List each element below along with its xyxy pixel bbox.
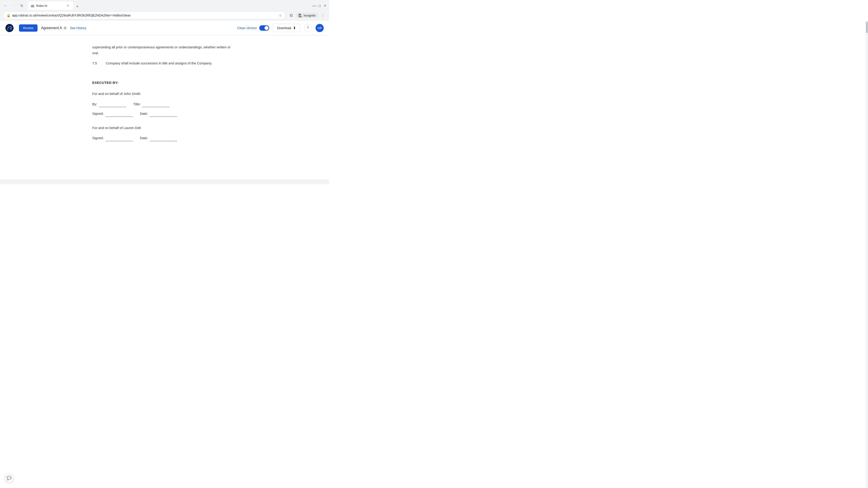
clean-version-label: Clean Version [237, 26, 257, 30]
clean-version-toggle[interactable] [259, 25, 269, 31]
party1-signed-label: Signed: [92, 111, 104, 117]
address-bar[interactable]: 🔒 app.robinai.co.uk/review/contract/Q29u… [3, 11, 286, 20]
nav-back-btn[interactable]: ← [2, 2, 9, 9]
party2-signed-line [105, 135, 133, 141]
clean-version-area: Clean Version [237, 25, 269, 31]
party1-behalf: For and on behalf of John Smith [92, 91, 237, 97]
party2-signed-label: Signed: [92, 135, 104, 141]
review-button[interactable]: Review [19, 24, 37, 32]
party2-date-line [150, 135, 177, 141]
help-button[interactable]: ? [304, 24, 312, 32]
party1-section: For and on behalf of John Smith By: Titl… [92, 91, 237, 117]
party2-date-label: Date: [140, 135, 148, 141]
tab-close-btn[interactable]: ✕ [66, 4, 70, 7]
party1-by-field: By: [92, 101, 126, 107]
app-header: Review Agreement A ⧉ See History Clean V… [0, 21, 329, 35]
close-btn[interactable]: ✕ [323, 3, 327, 8]
section-intro: superseding all prior or contemporaneous… [92, 44, 237, 56]
download-button[interactable]: Download ⬇ [273, 24, 300, 32]
executed-title: EXECUTED BY: [92, 80, 237, 86]
tab-title: Robin AI [36, 4, 64, 7]
avatar-label: LD [318, 26, 321, 30]
party2-date-field: Date: [140, 135, 177, 141]
party1-by-label: By: [92, 101, 97, 107]
party1-by-line [99, 101, 126, 107]
avatar-button[interactable]: LD [315, 24, 324, 32]
browser-chrome: ← → ↻ 🤖 Robin AI ✕ + — ◻ ✕ 🔒 app.robinai… [0, 0, 329, 21]
active-tab[interactable]: 🤖 Robin AI ✕ [28, 2, 73, 10]
new-tab-btn[interactable]: + [74, 3, 81, 10]
party1-signed-date-row: Signed: Date: [92, 111, 237, 117]
browser-ext-area: ⧉ 🕵 Incognito ⋮ [287, 12, 327, 19]
minimize-btn[interactable]: — [312, 3, 316, 8]
party2-behalf: For and on behalf of Lauren Deli [92, 125, 237, 131]
browser-menu-btn[interactable]: ⋮ [319, 12, 327, 19]
toggle-track [259, 25, 269, 31]
help-icon: ? [307, 26, 309, 30]
toggle-thumb [265, 26, 269, 30]
doc-content: superseding all prior or contemporaneous… [79, 35, 250, 180]
tabs-row: 🤖 Robin AI ✕ + [28, 2, 81, 10]
lock-icon: 🔒 [6, 13, 10, 17]
copy-icon[interactable]: ⧉ [64, 26, 66, 30]
section-7-5: 7.5 Company shall include successors in … [92, 60, 237, 66]
party1-title-field: Title: [133, 101, 169, 107]
download-label: Download [277, 26, 291, 30]
party1-signed-line [105, 111, 133, 117]
party2-signed-field: Signed: [92, 135, 133, 141]
party1-title-label: Title: [133, 101, 141, 107]
agreement-title-text: Agreement A [41, 26, 62, 30]
star-icon[interactable]: ☆ [279, 13, 282, 18]
party1-by-title-row: By: Title: [92, 101, 237, 107]
party1-date-field: Date: [140, 111, 177, 117]
party1-signed-field: Signed: [92, 111, 133, 117]
party1-title-line [143, 101, 169, 107]
agreement-title: Agreement A ⧉ [41, 26, 66, 30]
incognito-icon: 🕵 [298, 13, 302, 17]
party2-section: For and on behalf of Lauren Deli Signed:… [92, 125, 237, 141]
extensions-btn[interactable]: ⧉ [287, 12, 295, 19]
nav-forward-btn[interactable]: → [10, 2, 17, 9]
browser-titlebar: ← → ↻ 🤖 Robin AI ✕ + — ◻ ✕ [0, 0, 329, 10]
party1-date-label: Date: [140, 111, 148, 117]
logo [5, 24, 13, 32]
incognito-label: Incognito [304, 14, 315, 17]
incognito-btn[interactable]: 🕵 Incognito [296, 13, 318, 18]
nav-reload-btn[interactable]: ↻ [18, 2, 25, 9]
see-history-link[interactable]: See History [70, 26, 86, 30]
svg-point-1 [10, 28, 11, 29]
doc-container[interactable]: superseding all prior or contemporaneous… [0, 35, 329, 180]
bottom-bar [0, 180, 329, 184]
window-controls: ← → ↻ [2, 2, 25, 9]
browser-addressbar: 🔒 app.robinai.co.uk/review/contract/Q29u… [0, 10, 329, 21]
party2-signed-date-row: Signed: Date: [92, 135, 237, 141]
party1-date-line [150, 111, 177, 117]
maximize-btn[interactable]: ◻ [317, 3, 322, 8]
app-container: Review Agreement A ⧉ See History Clean V… [0, 21, 329, 184]
section-7-5-number: 7.5 [92, 60, 101, 66]
address-url: app.robinai.co.uk/review/contract/Q29udH… [12, 13, 277, 17]
download-icon: ⬇ [293, 26, 296, 30]
tab-favicon: 🤖 [31, 4, 34, 7]
section-7-5-text: Company shall include successors in titl… [106, 60, 212, 66]
svg-point-0 [5, 24, 13, 32]
executed-section: EXECUTED BY: For and on behalf of John S… [92, 80, 237, 141]
